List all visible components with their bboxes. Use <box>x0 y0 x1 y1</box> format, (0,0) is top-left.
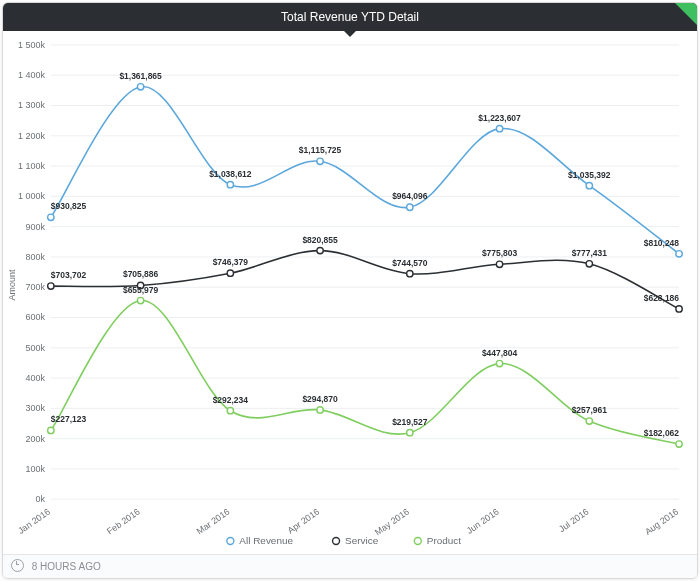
svg-point-78 <box>317 407 323 413</box>
svg-text:$744,570: $744,570 <box>392 258 428 268</box>
clock-icon <box>11 559 24 572</box>
svg-text:$1,361,865: $1,361,865 <box>119 71 162 81</box>
svg-point-46 <box>317 158 323 164</box>
svg-text:$447,804: $447,804 <box>482 348 518 358</box>
svg-point-64 <box>407 271 413 277</box>
svg-point-80 <box>407 430 413 436</box>
card-footer: 8 HOURS AGO <box>3 554 697 578</box>
y-axis-label: Amount <box>7 269 17 300</box>
svg-text:1 300k: 1 300k <box>18 101 45 111</box>
svg-text:Product: Product <box>427 535 462 546</box>
svg-point-84 <box>586 418 592 424</box>
svg-text:600k: 600k <box>25 312 45 322</box>
chart-series: $930,825$1,361,865$1,038,612$1,115,725$9… <box>48 71 683 447</box>
svg-text:$1,115,725: $1,115,725 <box>299 145 342 155</box>
svg-text:$257,961: $257,961 <box>572 405 608 415</box>
svg-text:$655,979: $655,979 <box>123 285 159 295</box>
svg-text:$705,886: $705,886 <box>123 269 159 279</box>
svg-text:$810,248: $810,248 <box>644 238 680 248</box>
page-title: Total Revenue YTD Detail <box>281 3 419 31</box>
last-updated: 8 HOURS AGO <box>32 561 101 572</box>
x-ticks: Jan 2016Feb 2016Mar 2016Apr 2016May 2016… <box>16 507 680 538</box>
svg-text:1 100k: 1 100k <box>18 161 45 171</box>
svg-text:$1,035,392: $1,035,392 <box>568 170 611 180</box>
svg-text:Apr 2016: Apr 2016 <box>286 507 322 536</box>
svg-text:$219,527: $219,527 <box>392 417 428 427</box>
svg-point-68 <box>586 261 592 267</box>
svg-point-82 <box>496 360 502 366</box>
svg-text:1 400k: 1 400k <box>18 70 45 80</box>
svg-point-50 <box>496 125 502 131</box>
chart-card: Total Revenue YTD Detail 0k100k200k300k4… <box>2 2 698 579</box>
svg-point-42 <box>137 84 143 90</box>
svg-text:300k: 300k <box>25 403 45 413</box>
svg-text:500k: 500k <box>25 343 45 353</box>
card-header: Total Revenue YTD Detail <box>3 3 697 31</box>
svg-point-90 <box>333 538 340 545</box>
svg-text:$628,186: $628,186 <box>644 293 680 303</box>
svg-text:$964,096: $964,096 <box>392 191 428 201</box>
svg-text:All Revenue: All Revenue <box>239 535 293 546</box>
svg-text:$182,062: $182,062 <box>644 428 680 438</box>
svg-text:Jan 2016: Jan 2016 <box>16 507 52 536</box>
corner-flag-icon[interactable] <box>675 3 697 25</box>
svg-text:Service: Service <box>345 535 379 546</box>
svg-text:$227,123: $227,123 <box>51 414 87 424</box>
svg-text:1 500k: 1 500k <box>18 40 45 50</box>
svg-text:800k: 800k <box>25 252 45 262</box>
svg-text:Aug 2016: Aug 2016 <box>643 507 680 537</box>
svg-point-72 <box>48 427 54 433</box>
chart-svg: 0k100k200k300k400k500k600k700k800k900k1 … <box>3 31 697 554</box>
svg-text:Jul 2016: Jul 2016 <box>557 507 590 535</box>
chart-plot: 0k100k200k300k400k500k600k700k800k900k1 … <box>3 31 697 554</box>
svg-text:1 200k: 1 200k <box>18 131 45 141</box>
svg-point-86 <box>676 441 682 447</box>
chart-legend[interactable]: All RevenueServiceProduct <box>227 535 461 546</box>
svg-text:1 000k: 1 000k <box>18 191 45 201</box>
svg-point-40 <box>48 214 54 220</box>
svg-text:$777,431: $777,431 <box>572 248 608 258</box>
svg-point-52 <box>586 182 592 188</box>
svg-text:$1,038,612: $1,038,612 <box>209 169 252 179</box>
svg-point-48 <box>407 204 413 210</box>
svg-point-70 <box>676 306 682 312</box>
svg-text:$703,702: $703,702 <box>51 270 87 280</box>
svg-text:900k: 900k <box>25 222 45 232</box>
svg-text:200k: 200k <box>25 434 45 444</box>
svg-text:$775,803: $775,803 <box>482 248 518 258</box>
y-ticks: 0k100k200k300k400k500k600k700k800k900k1 … <box>18 40 45 504</box>
svg-text:700k: 700k <box>25 282 45 292</box>
svg-point-62 <box>317 247 323 253</box>
svg-point-66 <box>496 261 502 267</box>
svg-text:May 2016: May 2016 <box>373 507 411 538</box>
svg-point-44 <box>227 181 233 187</box>
svg-text:Feb 2016: Feb 2016 <box>105 507 142 537</box>
svg-point-56 <box>48 283 54 289</box>
svg-point-88 <box>227 538 234 545</box>
svg-point-74 <box>137 297 143 303</box>
svg-text:$294,870: $294,870 <box>302 394 338 404</box>
svg-text:$292,234: $292,234 <box>213 395 249 405</box>
svg-point-76 <box>227 408 233 414</box>
svg-point-54 <box>676 251 682 257</box>
svg-text:Mar 2016: Mar 2016 <box>195 507 232 537</box>
svg-text:$930,825: $930,825 <box>51 201 87 211</box>
svg-text:400k: 400k <box>25 373 45 383</box>
svg-text:100k: 100k <box>25 464 45 474</box>
svg-text:$820,855: $820,855 <box>302 235 338 245</box>
svg-point-92 <box>414 538 421 545</box>
svg-text:$746,379: $746,379 <box>213 257 249 267</box>
svg-text:$1,223,607: $1,223,607 <box>478 113 521 123</box>
svg-text:0k: 0k <box>35 494 45 504</box>
svg-point-60 <box>227 270 233 276</box>
svg-text:Jun 2016: Jun 2016 <box>465 507 501 536</box>
